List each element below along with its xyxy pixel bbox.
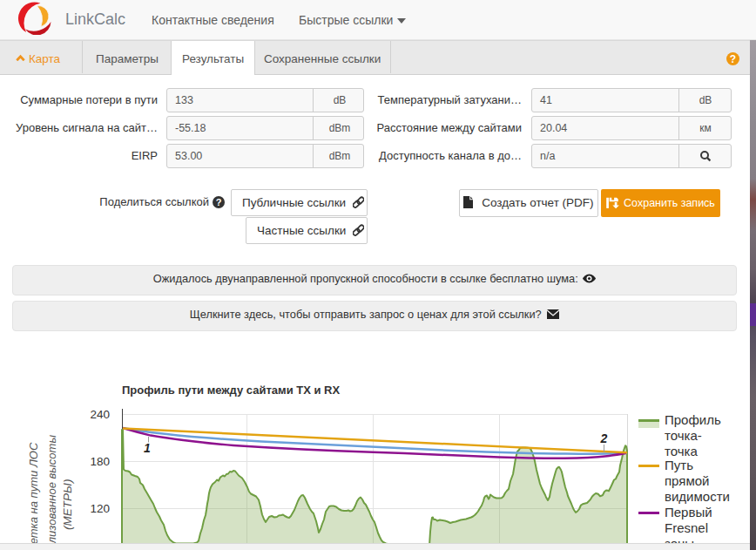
svg-text:?: ? (730, 53, 736, 65)
svg-text:Профиль пути между сайтами TX: Профиль пути между сайтами TX и RX (122, 384, 340, 397)
svg-text:240: 240 (90, 408, 110, 421)
svg-text:1: 1 (144, 441, 151, 455)
svg-text:2: 2 (600, 431, 608, 445)
svg-text:Путь: Путь (665, 458, 693, 472)
svg-text:Отметка на пути ЛОС: Отметка на пути ЛОС (27, 442, 40, 550)
svg-text:точка-: точка- (665, 428, 702, 443)
svg-text:?: ? (216, 197, 222, 207)
svg-text:прямой: прямой (665, 473, 709, 488)
svg-text:180: 180 (90, 455, 110, 468)
svg-text:120: 120 (90, 502, 110, 515)
svg-text:Нормализованное высоты: Нормализованное высоты (45, 435, 58, 550)
svg-text:Fresnel: Fresnel (665, 520, 708, 535)
svg-text:(МЕТРЫ): (МЕТРЫ) (61, 479, 74, 530)
svg-text:точка: точка (665, 444, 698, 458)
svg-text:Первый: Первый (665, 505, 712, 519)
svg-text:видимости: видимости (665, 489, 730, 504)
svg-text:Профиль: Профиль (665, 412, 721, 427)
